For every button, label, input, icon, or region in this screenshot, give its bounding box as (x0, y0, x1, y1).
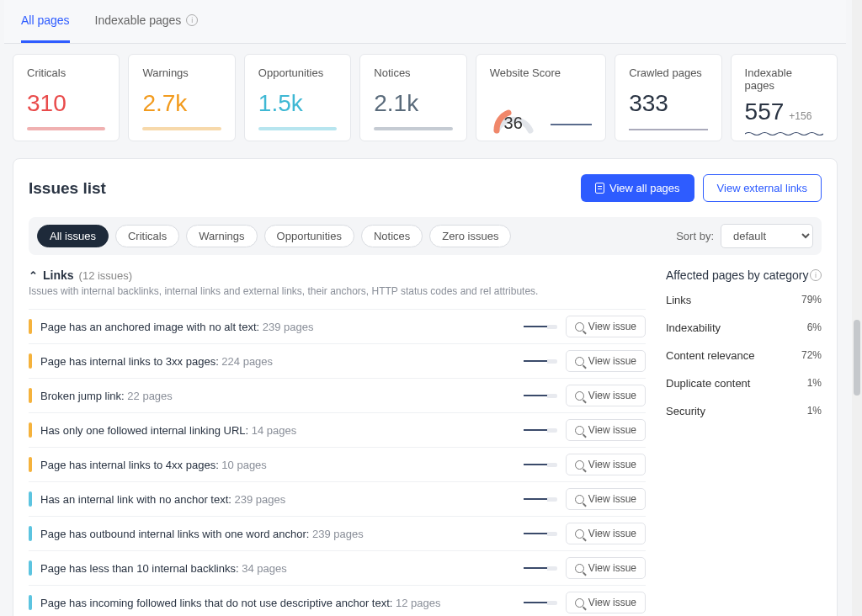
category-row[interactable]: Duplicate content1% (666, 377, 822, 396)
search-icon (575, 529, 584, 539)
filter-pill-criticals[interactable]: Criticals (115, 225, 179, 247)
issue-page-count: 239 pages (263, 321, 314, 333)
category-percent: 1% (807, 377, 822, 390)
issue-text[interactable]: Has an internal link with no anchor text… (40, 493, 515, 506)
issue-text[interactable]: Page has less than 10 internal backlinks… (40, 562, 515, 575)
filter-pill-zero-issues[interactable]: Zero issues (429, 225, 511, 247)
severity-indicator (29, 595, 32, 610)
issue-text[interactable]: Page has internal links to 3xx pages: 22… (40, 355, 515, 368)
category-name: Security (666, 405, 705, 417)
issue-text[interactable]: Page has an anchored image with no alt t… (40, 321, 515, 333)
severity-indicator (29, 422, 32, 438)
category-row[interactable]: Links79% (666, 294, 822, 313)
view-issue-button[interactable]: View issue (566, 454, 646, 475)
section-name: Links (43, 268, 74, 282)
card-value: 557+156 (745, 100, 823, 124)
severity-indicator (29, 526, 32, 541)
issue-row: Page has less than 10 internal backlinks… (29, 550, 646, 585)
view-issue-button[interactable]: View issue (566, 316, 646, 337)
crawled-pages-card[interactable]: Crawled pages 333 (615, 54, 721, 141)
categories-title: Affected pages by category (666, 268, 808, 282)
issue-row: Has an internal link with no anchor text… (29, 481, 646, 516)
view-issue-button[interactable]: View issue (566, 523, 646, 544)
tab-all-pages[interactable]: All pages (21, 0, 70, 43)
issue-row: Page has incoming followed links that do… (29, 585, 646, 616)
info-icon[interactable]: i (186, 14, 198, 26)
issues-list-title: Issues list (29, 179, 106, 198)
category-name: Duplicate content (666, 377, 750, 390)
trend-sparkline (524, 599, 557, 606)
sort-label: Sort by: (676, 230, 714, 242)
category-bar (666, 365, 822, 369)
view-issue-button[interactable]: View issue (566, 419, 646, 441)
sparkline (551, 124, 592, 125)
section-description: Issues with internal backlinks, internal… (29, 285, 646, 297)
filter-pill-opportunities[interactable]: Opportunities (264, 225, 354, 247)
card-delta: +156 (789, 111, 811, 121)
tab-indexable-pages[interactable]: Indexable pages i (95, 0, 199, 43)
search-icon (575, 391, 584, 401)
issue-text[interactable]: Has only one followed internal linking U… (40, 424, 515, 437)
trend-sparkline (524, 323, 557, 330)
website-score-card[interactable]: Website Score 36 (476, 54, 606, 141)
sparkline (258, 127, 337, 130)
card-title: Notices (374, 66, 452, 79)
trend-sparkline (524, 358, 557, 364)
view-issue-button[interactable]: View issue (566, 488, 646, 510)
category-row[interactable]: Security1% (666, 405, 822, 424)
issue-row: Page has internal links to 4xx pages: 10… (29, 447, 646, 481)
category-percent: 72% (801, 349, 822, 362)
search-icon (575, 598, 584, 608)
metric-card[interactable]: Opportunities 1.5k (244, 54, 351, 141)
gauge: 36 (490, 102, 537, 130)
issue-text[interactable]: Broken jump link: 22 pages (40, 390, 515, 402)
section-count: (12 issues) (79, 269, 133, 282)
card-value: 2.1k (374, 92, 452, 115)
category-percent: 79% (801, 294, 822, 306)
scrollbar[interactable] (852, 0, 862, 616)
category-bar (666, 337, 822, 341)
card-title: Crawled pages (629, 66, 707, 79)
search-icon (575, 322, 584, 332)
sort-select[interactable]: default (721, 224, 813, 248)
scroll-thumb[interactable] (854, 320, 860, 396)
filter-pill-notices[interactable]: Notices (361, 225, 423, 247)
info-icon[interactable]: i (810, 269, 822, 281)
metric-card[interactable]: Notices 2.1k (359, 54, 466, 141)
view-issue-button[interactable]: View issue (566, 350, 646, 372)
view-issue-button[interactable]: View issue (566, 592, 646, 613)
card-title: Criticals (27, 66, 105, 79)
metric-card[interactable]: Criticals 310 (13, 54, 120, 141)
issue-text[interactable]: Page has incoming followed links that do… (40, 597, 515, 609)
card-title: Opportunities (258, 66, 337, 79)
issue-page-count: 34 pages (242, 562, 287, 575)
view-issue-button[interactable]: View issue (566, 385, 646, 406)
metric-card[interactable]: Warnings 2.7k (128, 54, 235, 141)
trend-sparkline (524, 530, 557, 537)
section-toggle-links[interactable]: ⌃ Links (12 issues) (29, 268, 646, 282)
issue-filters: All issuesCriticalsWarningsOpportunities… (37, 225, 511, 247)
card-title: Website Score (490, 66, 592, 79)
issue-text[interactable]: Page has outbound internal links with on… (40, 528, 515, 540)
trend-sparkline (524, 427, 557, 433)
search-icon (575, 357, 584, 366)
category-row[interactable]: Content relevance72% (666, 349, 822, 369)
filter-pill-warnings[interactable]: Warnings (186, 225, 257, 247)
trend-sparkline (524, 461, 557, 468)
issue-row: Page has outbound internal links with on… (29, 516, 646, 550)
issue-page-count: 12 pages (396, 597, 441, 609)
card-value: 310 (27, 92, 105, 115)
view-external-links-button[interactable]: View external links (703, 174, 822, 202)
category-bar (666, 393, 822, 396)
view-issue-button[interactable]: View issue (566, 557, 646, 579)
filter-pill-all-issues[interactable]: All issues (37, 225, 109, 247)
category-row[interactable]: Indexability6% (666, 321, 822, 341)
indexable-pages-card[interactable]: Indexable pages 557+156 (731, 54, 838, 141)
issue-text[interactable]: Page has internal links to 4xx pages: 10… (40, 459, 515, 471)
card-title: Indexable pages (745, 66, 823, 92)
category-bar (666, 421, 822, 424)
sparkline (142, 127, 221, 130)
severity-indicator (29, 319, 32, 334)
sparkline (374, 127, 452, 130)
view-all-pages-button[interactable]: View all pages (581, 174, 694, 202)
